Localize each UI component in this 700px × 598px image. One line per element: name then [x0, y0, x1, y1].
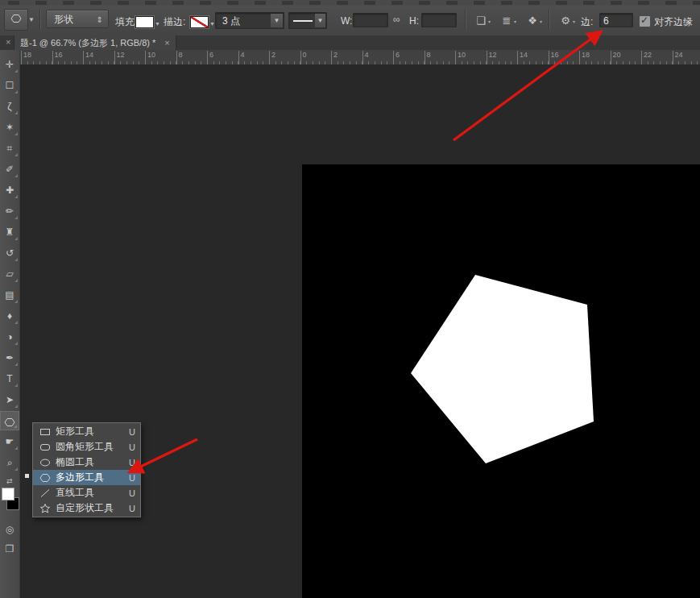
tools-panel: ⇄ ◎ ❐ ✛☐ζ✶⌗✐✚✏♜↺▱▤♦◑✒T➤☛⌕: [0, 50, 20, 598]
ruler-unit-label: 22: [644, 51, 652, 59]
sides-label: 边:: [581, 15, 593, 29]
ruler-tick: [145, 51, 146, 64]
ruler-unit-label: 24: [675, 51, 683, 59]
marquee-tool[interactable]: ☐: [0, 76, 19, 95]
ruler-unit-label: 2: [271, 51, 275, 59]
path-alignment-icon[interactable]: ≣: [497, 12, 516, 29]
divider: [465, 10, 466, 29]
link-dimensions-icon[interactable]: ∞: [393, 14, 400, 25]
ruler-unit-label: 12: [117, 51, 125, 59]
width-input[interactable]: [353, 13, 388, 27]
ruler-unit-label: 2: [333, 51, 338, 59]
document-canvas[interactable]: [302, 164, 700, 598]
tool-menu-item-rounded-rectangle[interactable]: 圆角矩形工具U: [33, 439, 140, 455]
brush-tool[interactable]: ✏: [0, 201, 19, 221]
chevron-down-icon[interactable]: ▼: [315, 14, 325, 27]
ruler-unit-label: 10: [458, 51, 466, 59]
eyedropper-tool[interactable]: ✐: [0, 160, 19, 179]
foreground-color-swatch[interactable]: [2, 488, 14, 500]
ruler-unit-label: 10: [147, 51, 155, 59]
sides-input[interactable]: 6: [599, 13, 633, 27]
clone-stamp-tool[interactable]: ♜: [0, 222, 19, 242]
align-edges-checkbox[interactable]: [639, 15, 651, 27]
tool-menu-item-label: 多边形工具: [56, 471, 124, 484]
ruler-unit-label: 20: [613, 51, 621, 59]
type-tool[interactable]: T: [0, 369, 19, 388]
divider: [549, 10, 550, 29]
ruler-tick: [207, 51, 208, 64]
tool-menu-item-custom-shape[interactable]: 自定形状工具U: [33, 500, 140, 516]
tool-preset-button[interactable]: [4, 9, 28, 31]
line-icon: [39, 488, 51, 499]
ruler-tick: [300, 51, 301, 64]
tool-menu-item-label: 圆角矩形工具: [56, 440, 124, 454]
ruler-tick: [425, 51, 425, 64]
ruler-tick: [611, 51, 611, 64]
tool-mode-select[interactable]: 形状: [46, 10, 109, 28]
fill-color-swatch[interactable]: [135, 16, 154, 28]
layer-arrange-icon[interactable]: ❖: [523, 12, 542, 29]
path-selection-tool[interactable]: ➤: [0, 390, 19, 409]
pen-tool[interactable]: ✒: [0, 348, 19, 368]
ruler-unit-label: 12: [489, 51, 497, 59]
pentagon-shape[interactable]: [411, 275, 594, 463]
document-tab[interactable]: 题-1 @ 66.7% (多边形 1, RGB/8) * ×: [14, 35, 176, 50]
crop-tool[interactable]: ⌗: [0, 139, 19, 158]
zoom-tool[interactable]: ⌕: [0, 453, 19, 472]
chevron-down-icon[interactable]: ▼: [271, 14, 283, 27]
tool-options-bar: ▼ 形状 填充: ▼ 描边: ▼ 3 点 ▼ ▼ W: ∞ H: ❑ ≣ ❖ ⚙…: [0, 6, 700, 36]
blur-tool[interactable]: ♦: [0, 306, 19, 326]
history-brush-tool[interactable]: ↺: [0, 243, 19, 263]
gear-icon[interactable]: ⚙: [556, 12, 575, 29]
close-icon[interactable]: ×: [164, 38, 169, 48]
align-edges-label: 对齐边缘: [654, 15, 693, 29]
hand-tool[interactable]: ☛: [0, 432, 19, 451]
tool-shortcut: U: [129, 504, 135, 513]
ruler-unit-label: 8: [427, 51, 431, 59]
polygon-shape-layer: [302, 164, 700, 598]
shape-tool[interactable]: [0, 411, 19, 430]
close-icon[interactable]: ×: [6, 37, 10, 47]
gradient-tool[interactable]: ▤: [0, 285, 19, 305]
move-tool[interactable]: ✛: [0, 55, 19, 74]
horizontal-ruler[interactable]: 18161412108642024681012141618202224: [19, 50, 700, 65]
stroke-style-dropdown[interactable]: ▼: [288, 12, 327, 29]
stroke-color-swatch[interactable]: [190, 16, 209, 28]
chevron-down-icon[interactable]: ▼: [155, 21, 160, 27]
ruler-tick: [393, 51, 394, 64]
tool-menu-item-rectangle[interactable]: 矩形工具U: [33, 424, 140, 439]
ruler-tick: [238, 51, 239, 64]
ruler-tick: [487, 51, 487, 64]
ruler-tick: [517, 51, 518, 64]
ruler-tick: [52, 51, 53, 64]
screen-mode-button[interactable]: ❐: [0, 543, 19, 554]
ruler-tick: [549, 51, 549, 64]
ruler-unit-label: 4: [365, 51, 369, 59]
polygon-icon: [10, 13, 22, 27]
swap-colors-icon[interactable]: ⇄: [6, 477, 13, 485]
spot-healing-brush-tool[interactable]: ✚: [0, 181, 19, 200]
quick-selection-tool[interactable]: ✶: [0, 118, 19, 137]
tool-menu-item-polygon[interactable]: 多边形工具U: [33, 470, 140, 485]
document-tab-title: 题-1 @ 66.7% (多边形 1, RGB/8) *: [20, 38, 155, 48]
ruler-unit-label: 14: [85, 51, 93, 59]
active-tool-marker: [25, 474, 29, 478]
tool-menu-item-label: 直线工具: [56, 486, 124, 500]
quick-mask-button[interactable]: ◎: [0, 524, 19, 535]
polygon-icon: [39, 472, 51, 484]
chevron-down-icon[interactable]: ▼: [28, 16, 35, 23]
ruler-unit-label: 14: [520, 51, 528, 59]
ruler-tick: [83, 51, 84, 64]
chevron-down-icon[interactable]: ▼: [209, 21, 215, 27]
stroke-width-dropdown[interactable]: 3 点 ▼: [215, 12, 284, 29]
ruler-unit-label: 16: [55, 51, 63, 59]
eraser-tool[interactable]: ▱: [0, 264, 19, 284]
ruler-unit-label: 18: [23, 51, 31, 59]
lasso-tool[interactable]: ζ: [0, 97, 19, 116]
path-operations-icon[interactable]: ❑: [471, 12, 491, 29]
dodge-tool[interactable]: ◑: [0, 327, 19, 347]
tool-menu-item-ellipse[interactable]: 椭圆工具U: [33, 455, 140, 470]
tool-menu-item-line[interactable]: 直线工具U: [33, 485, 140, 500]
height-input[interactable]: [421, 13, 457, 27]
ruler-unit-label: 0: [303, 51, 307, 59]
